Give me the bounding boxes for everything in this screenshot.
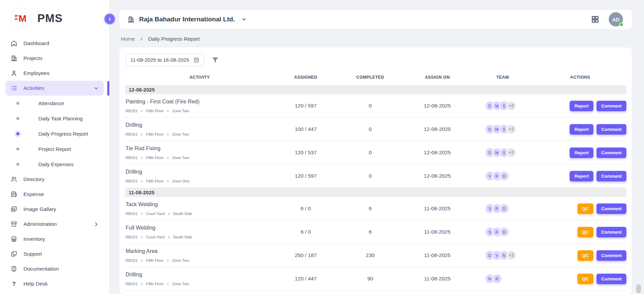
team-more-badge[interactable]: +2 [506, 124, 516, 134]
sidebar-subitem-label: Project Report [38, 146, 71, 152]
chevron-right-icon [166, 282, 169, 286]
comment-button[interactable]: Comment [596, 250, 626, 261]
comment-button[interactable]: Comment [596, 227, 626, 237]
assign-on-date: 11-08-2025 [403, 229, 471, 235]
sidebar-item-administration[interactable]: Administration [5, 217, 104, 232]
sidebar-item-support[interactable]: Support [5, 247, 104, 261]
assign-on-date: 11-08-2025 [403, 276, 471, 282]
chevron-down-icon [93, 85, 99, 91]
table-row: Drilling RB101Fifth FloorZone One 120 / … [125, 164, 626, 188]
sidebar-item-inventory[interactable]: Inventory [5, 232, 104, 247]
team-avatars: DVN+2 [471, 250, 534, 260]
image-icon [10, 205, 18, 213]
comment-button[interactable]: Comment [596, 171, 626, 181]
building-icon [127, 16, 135, 23]
calendar-icon[interactable] [193, 57, 200, 63]
path-crumb: Zone Two [172, 282, 189, 286]
user-avatar[interactable]: AD [609, 12, 623, 26]
assigned-value: 250 / 187 [274, 252, 337, 258]
store-icon [10, 235, 18, 243]
table-body: 12-08-2025 Painting - First Coat (Fire R… [125, 85, 626, 291]
chevron-right-icon [140, 156, 143, 159]
path-crumb: Zone Two [172, 132, 189, 136]
sidebar-item-label: Dashboard [23, 40, 49, 46]
report-button[interactable]: Report [570, 101, 593, 111]
chevron-right-icon [167, 236, 170, 239]
activity-location-path: RB101Court YardSouth Side [126, 212, 274, 216]
assigned-value: 100 / 447 [274, 126, 337, 132]
comment-button[interactable]: Comment [596, 101, 626, 111]
report-button[interactable]: Report [570, 148, 593, 158]
team-avatars: SRD [471, 227, 534, 237]
sidebar-item-help-desk[interactable]: ? Help Desk [5, 276, 104, 291]
comment-button[interactable]: Comment [596, 203, 626, 214]
sidebar-subitem-attendance[interactable]: Attendance [5, 96, 104, 111]
comment-button[interactable]: Comment [596, 124, 626, 135]
sidebar-item-activities[interactable]: Activities [5, 81, 104, 96]
layers-icon [10, 250, 18, 258]
team-more-badge[interactable]: +2 [506, 101, 516, 111]
date-range-input[interactable]: 11-08-2025 to 16-08-2025 [126, 54, 204, 66]
team-avatars: NR [471, 274, 534, 284]
sidebar-subitem-daily-progress-report[interactable]: Daily Progress Report [5, 126, 104, 141]
qc-button[interactable]: QC [577, 274, 594, 284]
report-button[interactable]: Report [570, 171, 593, 181]
activity-title: Marking Area [126, 248, 274, 254]
sidebar-subitem-daily-task-planning[interactable]: Daily Task Planning [5, 111, 104, 126]
filter-icon[interactable] [211, 56, 219, 64]
qc-button[interactable]: QC [577, 227, 594, 237]
activity-location-path: RB101Fifth FloorZone Two [126, 156, 274, 160]
sidebar-item-directory[interactable]: Directory [5, 172, 104, 187]
sidebar-subitem-project-report[interactable]: Project Report [5, 141, 104, 157]
sidebar-item-image-gallary[interactable]: Image Gallary [5, 202, 104, 217]
path-crumb: RB101 [126, 179, 137, 183]
chevron-right-icon [166, 110, 169, 113]
sidebar-item-expense[interactable]: Expense [5, 187, 104, 202]
chevron-right-icon [166, 259, 169, 262]
activity-title: Painting - First Coat (Fire Red) [126, 99, 274, 105]
qc-button[interactable]: QC [577, 250, 594, 261]
report-button[interactable]: Report [570, 124, 593, 135]
apps-grid-icon[interactable] [591, 15, 599, 23]
chevron-right-icon [140, 236, 143, 239]
sidebar-item-documentation[interactable]: Documentation [5, 261, 104, 276]
chevron-down-icon [241, 17, 247, 22]
sidebar-item-dashboard[interactable]: Dashboard [5, 36, 104, 51]
sidebar-item-label: Activities [23, 85, 44, 91]
sidebar-item-label: Documentation [23, 266, 59, 272]
sidebar-subitem-label: Daily Progress Report [38, 131, 88, 137]
bullet-dot-icon [16, 117, 19, 120]
table-row: Drilling RB101Fifth FloorZone Two 100 / … [125, 118, 626, 141]
completed-value: 6 [337, 205, 403, 212]
comment-button[interactable]: Comment [596, 274, 626, 284]
chevron-right-icon [167, 212, 170, 215]
team-more-badge[interactable]: +2 [506, 148, 516, 158]
breadcrumb-current: Daily Progress Report [148, 36, 200, 42]
chevron-right-icon [166, 180, 169, 183]
sidebar-subitem-daily-expenses[interactable]: Daily Expenses [5, 157, 104, 172]
sidebar: M PMS Dashboard Projects Employees Activ… [0, 0, 110, 294]
activity-location-path: RB101Fifth FloorZone One [126, 179, 274, 183]
scrollbar-thumb[interactable] [636, 284, 641, 293]
team-more-badge[interactable]: +2 [506, 250, 516, 260]
completed-value: 90 [337, 276, 403, 282]
comment-button[interactable]: Comment [596, 148, 626, 158]
completed-value: 0 [337, 126, 403, 132]
qc-button[interactable]: QC [577, 203, 594, 214]
date-range-value: 11-08-2025 to 16-08-2025 [130, 57, 189, 63]
main-area: Raja Bahadur International Ltd. AD Home [110, 0, 644, 294]
col-activity: ACTIVITY [125, 75, 274, 80]
activity-title: Full Welding [126, 225, 274, 231]
assign-on-date: 12-08-2025 [403, 126, 471, 132]
breadcrumb-home-link[interactable]: Home [121, 36, 135, 42]
sidebar-item-employees[interactable]: Employees [5, 66, 104, 81]
path-crumb: RB101 [126, 156, 137, 160]
completed-value: 0 [337, 150, 403, 156]
company-selector[interactable]: Raja Bahadur International Ltd. [127, 16, 247, 23]
sidebar-item-projects[interactable]: Projects [5, 51, 104, 66]
path-crumb: Zone Two [172, 156, 189, 160]
sidebar-collapse-button[interactable] [105, 14, 115, 24]
sidebar-item-label: Support [23, 251, 42, 257]
path-crumb: Fifth Floor [146, 156, 164, 160]
receipt-icon [10, 191, 18, 198]
